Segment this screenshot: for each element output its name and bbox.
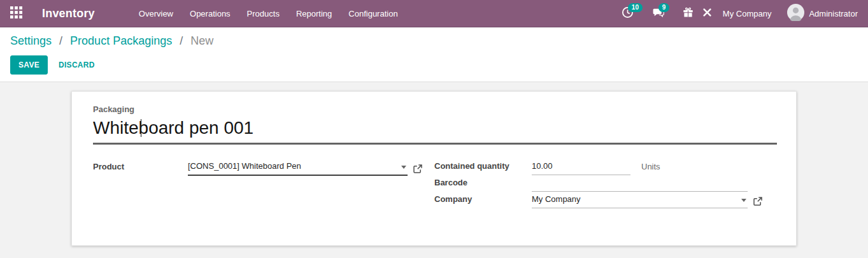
systray: 10 9 [613, 4, 858, 24]
control-panel-buttons: SAVE DISCARD [10, 55, 868, 75]
uom-label: Units [641, 162, 660, 175]
product-input[interactable] [188, 161, 408, 175]
contained-quantity-label: Contained quantity [434, 161, 532, 175]
product-row: Product [93, 161, 434, 176]
menu-overview[interactable]: Overview [131, 0, 181, 27]
breadcrumb-separator: / [180, 34, 183, 47]
save-button[interactable]: SAVE [10, 55, 48, 75]
breadcrumb-separator: / [59, 34, 62, 47]
company-external-link-button[interactable] [753, 197, 762, 206]
company-switcher[interactable]: My Company [723, 9, 772, 18]
barcode-label: Barcode [434, 178, 532, 192]
apps-grid-icon [10, 6, 22, 21]
barcode-input[interactable] [532, 178, 748, 191]
field-columns: Product [93, 161, 776, 211]
referral-button[interactable] [683, 7, 694, 20]
app-name[interactable]: Inventory [42, 7, 95, 20]
product-dropdown-caret-icon[interactable] [401, 166, 406, 169]
control-panel: Settings / Product Packagings / New SAVE… [0, 27, 868, 82]
user-menu[interactable]: Administrator [787, 4, 858, 24]
left-field-group: Product [93, 161, 434, 211]
support-tools-button[interactable] [702, 7, 713, 20]
packaging-name-input[interactable] [93, 117, 777, 143]
company-input[interactable] [532, 194, 748, 208]
text-cursor [141, 119, 141, 137]
product-input-box [188, 161, 408, 176]
contained-quantity-input[interactable] [532, 161, 630, 175]
menu-products[interactable]: Products [239, 0, 288, 27]
menu-reporting[interactable]: Reporting [288, 0, 340, 27]
breadcrumb-settings[interactable]: Settings [10, 34, 52, 47]
packaging-name-field-wrap [93, 117, 777, 145]
menu-operations[interactable]: Operations [181, 0, 239, 27]
breadcrumb: Settings / Product Packagings / New [10, 34, 868, 48]
company-field [532, 194, 776, 208]
top-navbar: Inventory Overview Operations Products R… [0, 0, 868, 27]
external-link-icon [413, 164, 422, 173]
crossed-tools-icon [702, 7, 713, 20]
company-input-box [532, 194, 748, 208]
breadcrumb-product-packagings[interactable]: Product Packagings [70, 34, 172, 47]
breadcrumb-current: New [190, 34, 213, 47]
apps-menu-button[interactable] [10, 6, 22, 21]
right-field-group: Contained quantity Units Barcode [434, 161, 776, 211]
barcode-row: Barcode [434, 178, 776, 192]
contained-quantity-row: Contained quantity Units [434, 161, 776, 175]
menu-configuration[interactable]: Configuration [340, 0, 406, 27]
gift-icon [683, 7, 694, 20]
form-sheet: Packaging Product [71, 91, 797, 246]
contained-quantity-input-box [532, 161, 630, 175]
discard-button[interactable]: DISCARD [59, 61, 95, 69]
product-field [188, 161, 434, 176]
activity-count-badge: 10 [628, 3, 643, 12]
message-count-badge: 9 [658, 3, 670, 12]
messages-button[interactable]: 9 [652, 6, 664, 21]
barcode-input-box [532, 178, 748, 192]
avatar [787, 4, 804, 24]
activities-button[interactable]: 10 [622, 6, 634, 21]
company-row: Company [434, 194, 776, 208]
company-dropdown-caret-icon[interactable] [741, 199, 746, 202]
barcode-field [532, 178, 776, 192]
app-menu: Overview Operations Products Reporting C… [131, 0, 406, 27]
product-label: Product [93, 162, 188, 176]
contained-quantity-field: Units [532, 161, 776, 175]
product-external-link-button[interactable] [413, 164, 422, 173]
user-name: Administrator [809, 9, 858, 18]
main-content: Packaging Product [0, 91, 868, 258]
external-link-icon [753, 197, 762, 206]
packaging-label: Packaging [93, 104, 776, 114]
company-label: Company [434, 194, 532, 208]
